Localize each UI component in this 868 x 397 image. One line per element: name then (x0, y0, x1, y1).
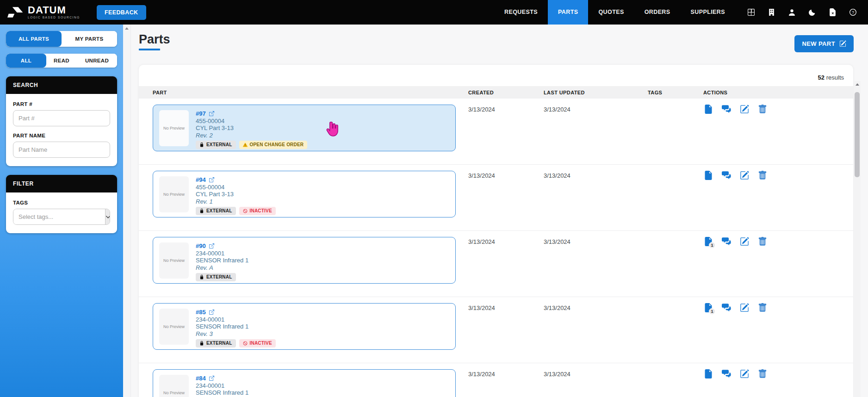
edit-icon (740, 369, 749, 378)
documents-action-button[interactable] (703, 171, 713, 180)
external-link-icon (209, 177, 214, 182)
inactive-badge: INACTIVE (239, 207, 276, 215)
part-name: SENSOR Infrared 1 (196, 257, 248, 264)
comments-action-button[interactable] (721, 369, 731, 379)
documents-action-button[interactable] (703, 369, 713, 379)
documents-action-button[interactable] (703, 105, 713, 114)
nav-link-quotes[interactable]: QUOTES (588, 0, 634, 25)
apps-grid-icon[interactable] (747, 8, 755, 16)
badge-row: EXTERNAL (196, 273, 248, 281)
part-link[interactable]: #84 (196, 375, 248, 382)
part-cell: No Preview #97 455-00004 CYL Part 3-13 R… (153, 99, 468, 164)
comments-action-button[interactable] (721, 303, 731, 313)
part-revision: Rev. 1 (196, 198, 276, 205)
part-number: 455-00004 (196, 184, 276, 191)
part-card[interactable]: No Preview #97 455-00004 CYL Part 3-13 R… (153, 105, 456, 151)
external-badge: EXTERNAL (196, 141, 236, 149)
nav-link-parts[interactable]: PARTS (548, 0, 588, 25)
results-count: 52 results (818, 74, 844, 81)
part-card[interactable]: No Preview #85 234-00001 SENSOR Infrared… (153, 303, 456, 350)
table-body: No Preview #97 455-00004 CYL Part 3-13 R… (139, 99, 853, 397)
actions-cell (703, 165, 853, 230)
badge-row: EXTERNAL INACTIVE (196, 207, 276, 215)
external-badge: EXTERNAL (196, 207, 236, 215)
external-link-icon (209, 111, 214, 116)
tab-read[interactable]: READ (46, 54, 77, 68)
part-number-input[interactable] (13, 110, 110, 126)
actions-cell: 1 (703, 231, 853, 297)
tags-cell (648, 363, 703, 397)
part-link[interactable]: #85 (196, 309, 276, 316)
tags-cell (648, 165, 703, 230)
sidebar-scrollbar[interactable] (123, 25, 131, 397)
documents-action-button[interactable]: 1 (703, 303, 713, 313)
part-thumbnail: No Preview (159, 309, 189, 345)
slash-circle-icon (243, 209, 248, 213)
part-name-label: PART NAME (13, 133, 110, 138)
sidebar-scroll-up-arrow[interactable] (125, 27, 129, 30)
comments-action-button[interactable] (721, 237, 731, 247)
tags-select-input[interactable] (13, 209, 105, 224)
edit-icon (740, 105, 749, 114)
slash-circle-icon (243, 341, 248, 346)
tab-my-parts[interactable]: MY PARTS (62, 31, 117, 47)
created-cell: 3/13/2024 (468, 297, 544, 363)
comments-action-button[interactable] (721, 171, 731, 180)
edit-action-button[interactable] (739, 237, 749, 247)
datum-arrow-icon (7, 6, 24, 19)
tags-cell (648, 231, 703, 297)
delete-action-button[interactable] (757, 171, 767, 180)
part-thumbnail: No Preview (159, 176, 189, 212)
part-revision: Rev. A (196, 264, 248, 272)
updated-cell: 3/13/2024 (544, 297, 648, 363)
tab-all-parts[interactable]: ALL PARTS (6, 31, 62, 47)
comments-action-button[interactable] (721, 105, 731, 114)
results-scrollbar[interactable] (854, 81, 861, 397)
documents-action-button[interactable]: 1 (703, 237, 713, 247)
edit-action-button[interactable] (739, 303, 749, 313)
delete-action-button[interactable] (757, 303, 767, 313)
edit-action-button[interactable] (739, 171, 749, 180)
part-card[interactable]: No Preview #90 234-00001 SENSOR Infrared… (153, 237, 456, 284)
tags-select-toggle[interactable] (105, 209, 110, 224)
part-info: #84 234-00001 SENSOR Infrared 1 Rev. 2 (196, 375, 248, 397)
delete-action-button[interactable] (757, 237, 767, 247)
external-badge: EXTERNAL (196, 273, 236, 281)
results-scroll-up-arrow[interactable] (856, 83, 859, 86)
datum-logo[interactable]: DATUM LOGIC BASED SOURCING (7, 5, 80, 19)
user-icon[interactable] (788, 8, 796, 16)
actions-cell (703, 99, 853, 164)
building-icon[interactable] (768, 8, 775, 16)
edit-action-button[interactable] (739, 369, 749, 379)
part-id: #90 (196, 242, 206, 250)
nav-link-suppliers[interactable]: SUPPLIERS (681, 0, 735, 25)
delete-action-button[interactable] (757, 369, 767, 379)
dark-mode-moon-icon[interactable] (808, 8, 816, 16)
help-icon[interactable]: ? (849, 8, 857, 16)
part-link[interactable]: #97 (196, 110, 307, 118)
table-row: No Preview #94 455-00004 CYL Part 3-13 R… (139, 165, 853, 231)
file-report-icon[interactable] (829, 8, 837, 16)
external-badge: EXTERNAL (196, 339, 236, 347)
feedback-button[interactable]: FEEDBACK (97, 5, 146, 20)
part-revision: Rev. 2 (196, 132, 307, 139)
tab-unread[interactable]: UNREAD (77, 54, 117, 68)
tab-all[interactable]: ALL (6, 54, 46, 68)
delete-action-button[interactable] (757, 105, 767, 114)
part-name-input[interactable] (13, 142, 110, 158)
edit-action-button[interactable] (739, 105, 749, 114)
nav-link-orders[interactable]: ORDERS (634, 0, 681, 25)
part-card[interactable]: No Preview #84 234-00001 SENSOR Infrared… (153, 369, 456, 397)
trash-icon (758, 369, 767, 378)
nav-link-requests[interactable]: REQUESTS (494, 0, 548, 25)
part-id: #97 (196, 110, 206, 118)
part-name: CYL Part 3-13 (196, 191, 276, 198)
part-number-label: PART # (13, 101, 110, 107)
results-scrollbar-thumb[interactable] (855, 92, 860, 177)
part-link[interactable]: #90 (196, 242, 248, 250)
part-card[interactable]: No Preview #94 455-00004 CYL Part 3-13 R… (153, 171, 456, 217)
new-part-button[interactable]: NEW PART (794, 35, 854, 52)
filter-panel: FILTER TAGS (6, 175, 117, 233)
tags-select[interactable] (13, 209, 110, 225)
part-link[interactable]: #94 (196, 176, 276, 184)
